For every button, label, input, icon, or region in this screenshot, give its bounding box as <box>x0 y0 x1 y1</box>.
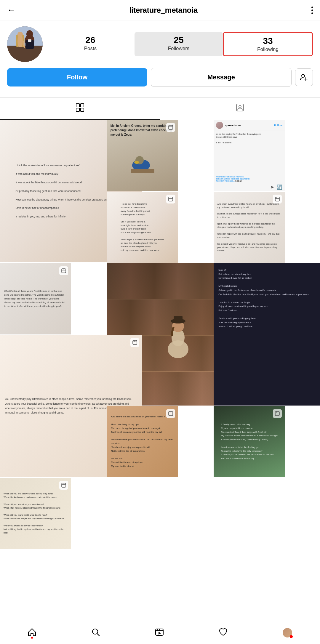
svg-rect-14 <box>76 108 79 111</box>
post-item[interactable]: Me, in Ancient Greece, tying my sandals … <box>107 120 178 191</box>
page-title: literature_metanoia <box>129 6 197 15</box>
post-text: What if after all these years I'm still … <box>4 289 67 308</box>
post-text: took off But believe me when I say this … <box>218 268 308 329</box>
profile-section: 26 Posts 25 Followers 33 Following Follo… <box>0 20 320 92</box>
post-item[interactable]: When did you find that you were strong t… <box>0 478 71 549</box>
svg-point-9 <box>302 74 305 77</box>
post-username: quovadisbro <box>225 124 241 127</box>
svg-rect-12 <box>76 104 79 107</box>
svg-rect-57 <box>62 483 66 487</box>
follow-button[interactable]: Follow <box>7 68 147 86</box>
post-item[interactable]: And adore the beautiful lines on your fa… <box>107 406 178 477</box>
post-text: When did you find that you were strong t… <box>4 492 68 535</box>
post-follow-link[interactable]: Follow <box>274 124 283 127</box>
add-friend-button[interactable] <box>295 68 313 86</box>
svg-rect-15 <box>81 108 84 111</box>
post-item[interactable]: I keep our forbidden love locked in a ph… <box>107 192 178 263</box>
person-tag-icon <box>236 103 244 114</box>
svg-rect-51 <box>169 411 173 416</box>
svg-rect-48 <box>133 340 137 345</box>
post-save-badge <box>59 481 68 490</box>
action-buttons: Follow Message <box>7 68 313 87</box>
svg-rect-41 <box>174 316 183 322</box>
post-save-badge <box>273 195 282 204</box>
svg-rect-8 <box>28 39 31 42</box>
post-save-badge <box>166 409 175 418</box>
svg-point-23 <box>134 161 139 164</box>
tab-tagged[interactable] <box>160 98 320 120</box>
svg-rect-13 <box>81 104 84 107</box>
svg-point-17 <box>239 105 241 108</box>
post-text: And adore the beautiful lines on your fa… <box>111 415 174 468</box>
post-item[interactable]: And when everything felt too heavy on my… <box>214 192 285 263</box>
post-save-badge <box>166 195 175 204</box>
header: ← literature_metanoia <box>0 0 320 20</box>
post-tags: #rochilles #patroclus #achilles song of … <box>214 174 285 183</box>
post-save-badge <box>59 266 68 275</box>
tab-grid[interactable] <box>0 98 160 120</box>
post-item[interactable]: What if after all these years I'm still … <box>0 263 71 334</box>
profile-stats: 26 Posts 25 Followers 33 Following <box>46 32 313 56</box>
post-text: I keep our forbidden love locked in a ph… <box>121 202 164 252</box>
post-save-badge <box>130 338 139 347</box>
post-item[interactable]: quovadisbro Follow es be like: saying th… <box>214 120 285 191</box>
svg-rect-25 <box>169 125 173 129</box>
svg-rect-24 <box>131 169 154 173</box>
more-menu-button[interactable] <box>311 7 313 14</box>
grid-icon <box>76 103 84 114</box>
post-item[interactable]: took off But believe me when I say this … <box>214 263 320 406</box>
post-text: Me, in Ancient Greece, tying my sandals … <box>111 124 175 137</box>
posts-stat[interactable]: 26 Posts <box>46 32 135 56</box>
svg-rect-31 <box>275 197 279 201</box>
posts-grid: I think the whole idea of love was never… <box>0 120 320 579</box>
post-item[interactable]: It finally rained after so long Crystal … <box>214 406 285 477</box>
avatar[interactable] <box>7 26 43 62</box>
svg-rect-54 <box>275 411 279 416</box>
post-text: And when everything felt too heavy on my… <box>217 202 281 252</box>
message-button[interactable]: Message <box>151 68 292 87</box>
followers-stat[interactable]: 25 Followers <box>135 32 223 56</box>
back-button[interactable]: ← <box>7 5 15 15</box>
post-save-badge <box>273 409 282 418</box>
svg-point-4 <box>17 32 23 39</box>
post-text: It finally rained after so long Crystal … <box>221 423 278 461</box>
svg-rect-34 <box>62 269 66 273</box>
tab-bar <box>0 97 320 120</box>
post-content: es be like: saying they're fine but then… <box>214 131 285 174</box>
svg-point-6 <box>26 30 33 38</box>
svg-rect-28 <box>169 197 173 201</box>
following-stat[interactable]: 33 Following <box>223 32 313 56</box>
svg-rect-2 <box>7 26 43 46</box>
post-save-badge <box>166 123 175 132</box>
